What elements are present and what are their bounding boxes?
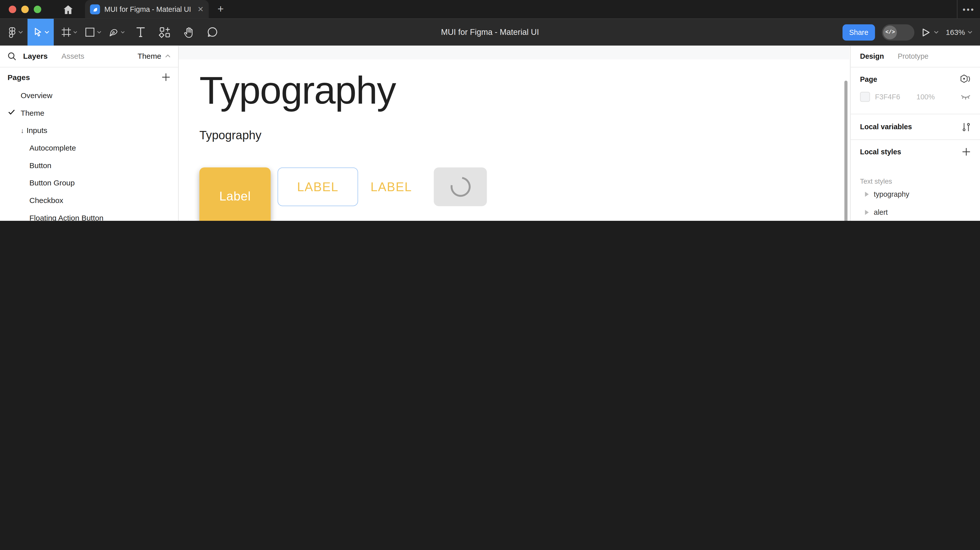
text-tool-button[interactable] (132, 19, 149, 46)
layers-panel: Layers Assets Theme Pages OverviewTheme↓… (0, 46, 179, 221)
page-item[interactable]: Floating Action Button (0, 209, 178, 221)
expand-triangle-icon[interactable] (865, 192, 869, 197)
home-icon (63, 5, 73, 14)
page-item-label: Autocomplete (29, 144, 76, 153)
local-variables-title: Local variables (860, 123, 912, 130)
page-item[interactable]: ↓Inputs (0, 122, 178, 140)
page-item-label: Overview (21, 91, 52, 100)
style-item-label: alert (874, 209, 888, 216)
fullscreen-window-button[interactable] (33, 6, 41, 13)
button-loading-large[interactable] (434, 167, 487, 206)
loading-spinner-icon (446, 173, 474, 201)
file-tab[interactable]: MUI for Figma - Material UI ✕ (85, 0, 209, 19)
traffic-lights (9, 6, 41, 13)
tab-prototype[interactable]: Prototype (898, 52, 929, 60)
pen-icon (109, 26, 119, 38)
canvas-scrollbar[interactable] (845, 81, 848, 221)
chevron-down-icon (121, 30, 125, 33)
dev-mode-toggle[interactable]: </> (882, 24, 915, 40)
tab-layers[interactable]: Layers (23, 52, 48, 61)
zoom-menu[interactable]: 163% (946, 28, 972, 37)
pages-list: OverviewTheme↓InputsAutocompleteButtonBu… (0, 87, 178, 221)
page-color-opacity[interactable]: 100% (916, 93, 935, 101)
chevron-down-icon (967, 30, 972, 33)
figma-file-icon (90, 4, 100, 14)
comment-tool-button[interactable] (204, 19, 220, 46)
page-section-title: Page (860, 75, 877, 83)
shape-tool-button[interactable] (85, 19, 102, 46)
comment-bubble-icon (206, 26, 218, 38)
search-icon[interactable] (8, 52, 16, 61)
style-item-typography[interactable]: typography (851, 185, 980, 203)
present-button[interactable] (921, 27, 939, 37)
canvas-heading-typography: Typography (199, 68, 396, 113)
home-button[interactable] (59, 0, 78, 19)
chevron-down-icon (44, 30, 49, 33)
chevron-down-icon (934, 30, 939, 33)
frame-tool-button[interactable] (61, 19, 78, 46)
close-tab-icon[interactable]: ✕ (197, 5, 204, 14)
page-item[interactable]: Button (0, 157, 178, 174)
inspector-tabs: Design Prototype (851, 46, 980, 67)
page-color-row[interactable]: F3F4F6 100% (851, 87, 980, 107)
dev-mode-code-icon: </> (883, 25, 897, 39)
eye-closed-icon[interactable] (961, 93, 971, 101)
tab-design[interactable]: Design (860, 52, 884, 60)
canvas[interactable]: Typography Typography Label LABEL LABEL … (179, 46, 850, 221)
page-item-label: Button Group (29, 179, 75, 188)
page-item[interactable]: Theme (0, 104, 178, 122)
local-variables-section[interactable]: Local variables (851, 114, 980, 140)
canvas-subheading-typography: Typography (199, 129, 261, 143)
file-tab-title: MUI for Figma - Material UI (104, 6, 195, 13)
frame-icon (61, 26, 71, 38)
tab-assets[interactable]: Assets (62, 52, 84, 61)
window-menu-button[interactable]: ••• (958, 5, 980, 14)
page-item[interactable]: Autocomplete (0, 139, 178, 157)
style-item-label: typography (874, 191, 910, 198)
current-page-name: Theme (138, 52, 161, 61)
share-button[interactable]: Share (842, 24, 875, 40)
divider (851, 67, 980, 67)
apply-variable-icon[interactable] (960, 74, 970, 84)
style-groups: Text stylestypographyalertavatarbadgebot… (851, 171, 980, 221)
main-menu-button[interactable] (4, 19, 28, 46)
current-page-selector[interactable]: Theme (138, 52, 171, 61)
close-window-button[interactable] (9, 6, 16, 13)
pen-tool-button[interactable] (109, 19, 125, 46)
zoom-level: 163% (946, 28, 965, 37)
figma-logo-icon (8, 26, 16, 38)
minimize-window-button[interactable] (21, 6, 29, 13)
page-item-label: Floating Action Button (29, 214, 103, 221)
expand-triangle-icon[interactable] (865, 210, 869, 215)
page-item[interactable]: Checkbox (0, 192, 178, 209)
rectangle-icon (85, 27, 95, 37)
hand-icon (182, 26, 194, 38)
hand-tool-button[interactable] (180, 19, 196, 46)
current-page-check-icon (8, 110, 15, 115)
figma-app-window: MUI for Figma - Material UI ✕ + ••• (0, 0, 980, 221)
page-color-hex[interactable]: F3F4F6 (875, 93, 900, 101)
play-icon (921, 27, 931, 37)
button-outlined-large[interactable]: LABEL (277, 167, 358, 206)
page-item[interactable]: Button Group (0, 174, 178, 192)
new-tab-button[interactable]: + (217, 3, 224, 16)
page-item-label: Checkbox (29, 196, 63, 205)
button-text-large[interactable]: LABEL (366, 167, 416, 206)
pages-header: Pages (0, 67, 178, 87)
style-item-alert[interactable]: alert (851, 203, 980, 221)
resources-tool-button[interactable] (156, 19, 172, 46)
page-item[interactable]: Overview (0, 87, 178, 104)
add-page-icon[interactable] (161, 73, 170, 82)
page-color-swatch[interactable] (860, 92, 870, 102)
inspector-panel: Design Prototype Page F3F4F6 100% Local … (850, 46, 980, 221)
style-group-title: Text styles (851, 171, 980, 185)
button-contained-large[interactable]: Label (199, 167, 270, 221)
add-style-icon[interactable] (962, 148, 971, 156)
move-tool-button[interactable] (28, 19, 54, 46)
page-item-label: Inputs (27, 126, 48, 135)
variables-sliders-icon[interactable] (962, 122, 971, 132)
layers-panel-header: Layers Assets Theme (0, 46, 178, 67)
pages-title: Pages (8, 73, 30, 81)
local-styles-section[interactable]: Local styles (851, 140, 980, 164)
page-section: Page F3F4F6 100% (851, 70, 980, 114)
